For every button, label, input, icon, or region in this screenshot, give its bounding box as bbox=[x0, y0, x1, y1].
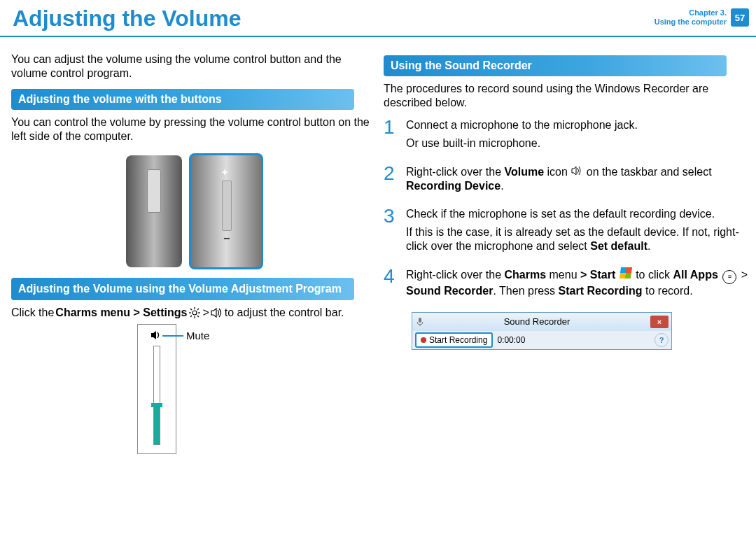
speaker-slider-icon bbox=[150, 330, 163, 340]
svg-line-8 bbox=[190, 316, 192, 317]
step-number: 4 bbox=[384, 267, 399, 302]
svg-line-6 bbox=[197, 316, 199, 317]
recording-time: 0:00:00 bbox=[497, 335, 525, 345]
all-apps-icon: ≡ bbox=[722, 270, 736, 284]
record-dot-icon bbox=[421, 337, 426, 343]
start-recording-button[interactable]: Start Recording bbox=[415, 332, 493, 348]
windows-logo-icon bbox=[620, 267, 632, 278]
charms-suffix: to adjust the control bar. bbox=[225, 306, 344, 320]
page-title: Adjusting the Volume bbox=[3, 4, 241, 36]
volume-slider-figure: Mute bbox=[137, 324, 228, 454]
svg-marker-11 bbox=[572, 167, 576, 175]
right-column: Using the Sound Recorder The procedures … bbox=[384, 48, 756, 454]
svg-line-5 bbox=[190, 309, 192, 310]
volume-button-zoom: + − bbox=[189, 153, 263, 269]
svg-point-0 bbox=[192, 311, 197, 315]
page-number: 57 bbox=[731, 8, 749, 27]
window-title: Sound Recorder bbox=[424, 316, 650, 327]
speaker-icon bbox=[211, 306, 223, 319]
volume-taskbar-icon bbox=[570, 164, 583, 177]
step3-line1: Check if the microphone is set as the de… bbox=[406, 207, 750, 221]
minus-icon: − bbox=[223, 232, 230, 245]
intro-text: You can adjust the volume using the volu… bbox=[11, 52, 378, 80]
step1-line1: Connect a microphone to the microphone j… bbox=[406, 118, 638, 132]
charms-prefix: Click the bbox=[11, 306, 54, 320]
step3-line2: If this is the case, it is already set a… bbox=[406, 225, 750, 253]
svg-marker-9 bbox=[211, 309, 216, 317]
section-header-buttons: Adjusting the volume with the buttons bbox=[11, 89, 354, 110]
step2-text: Right-click over the Volume icon on the … bbox=[406, 164, 750, 193]
svg-line-7 bbox=[197, 309, 199, 310]
header-bar: Adjusting the Volume Chapter 3. Using th… bbox=[0, 0, 756, 37]
step-number: 3 bbox=[384, 207, 399, 258]
help-button[interactable]: ? bbox=[654, 333, 668, 347]
left-column: You can adjust the volume using the volu… bbox=[11, 48, 384, 454]
section1-body: You can control the volume by pressing t… bbox=[11, 115, 378, 143]
charms-sep: > bbox=[202, 306, 209, 320]
chapter-line2: Using the computer bbox=[654, 17, 727, 26]
chapter-block: Chapter 3. Using the computer 57 bbox=[654, 4, 755, 27]
recorder-intro: The procedures to record sound using the… bbox=[384, 82, 750, 110]
step-number: 2 bbox=[384, 164, 399, 197]
step-4: 4 Right-click over the Charms menu > Sta… bbox=[384, 267, 750, 302]
device-side-view bbox=[126, 155, 182, 267]
step-number: 1 bbox=[384, 118, 399, 155]
svg-rect-12 bbox=[419, 318, 421, 323]
device-illustration: + − bbox=[90, 152, 300, 271]
section-header-program: Adjusting the Volume using the Volume Ad… bbox=[11, 278, 354, 300]
record-button-label: Start Recording bbox=[429, 335, 487, 345]
plus-icon: + bbox=[222, 167, 227, 178]
mute-callout: Mute bbox=[162, 330, 209, 341]
step-3: 3 Check if the microphone is set as the … bbox=[384, 207, 750, 258]
chapter-text: Chapter 3. Using the computer bbox=[654, 8, 727, 27]
step-1: 1 Connect a microphone to the microphone… bbox=[384, 118, 750, 155]
section-header-recorder: Using the Sound Recorder bbox=[384, 55, 727, 76]
charms-path: Charms menu > Settings bbox=[55, 306, 187, 320]
step1-line2: Or use built-in microphone. bbox=[406, 136, 638, 150]
chapter-line1: Chapter 3. bbox=[689, 8, 727, 17]
titlebar: Sound Recorder × bbox=[412, 313, 671, 331]
close-button[interactable]: × bbox=[650, 316, 668, 328]
step-2: 2 Right-click over the Volume icon on th… bbox=[384, 164, 750, 197]
svg-marker-10 bbox=[151, 331, 156, 339]
charms-instruction: Click the Charms menu > Settings > to ad… bbox=[11, 306, 378, 320]
mute-label: Mute bbox=[186, 330, 209, 341]
volume-slider bbox=[137, 324, 176, 454]
settings-gear-icon bbox=[188, 306, 201, 319]
microphone-icon bbox=[416, 317, 424, 327]
sound-recorder-window: Sound Recorder × Start Recording 0:00:00… bbox=[412, 312, 672, 350]
step4-text: Right-click over the Charms menu > Start… bbox=[406, 267, 750, 298]
